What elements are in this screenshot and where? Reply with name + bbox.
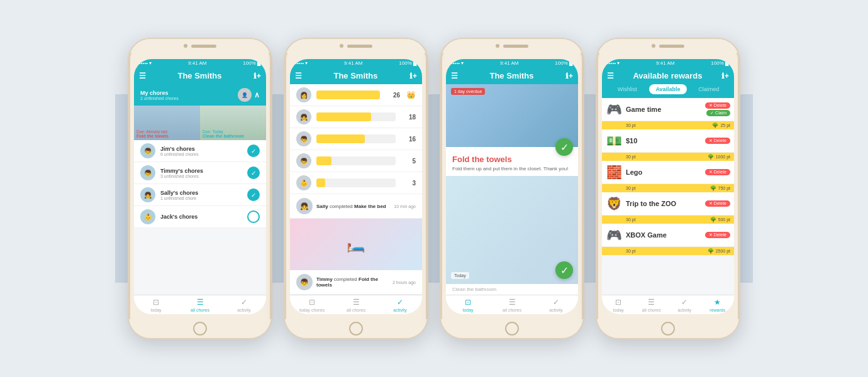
status-bar-1: ••••• ▾ 9:41 AM 100% ▉ [134,59,266,67]
nav-allchores-3[interactable]: ☰ all chores [490,295,534,314]
phone-bottom-1 [129,319,271,338]
reward-item-zoo: 🦁 Trip to the ZOO ✕ Delete [602,192,734,216]
battery-3: 100% ▉ [555,60,573,66]
battery-1: 100% ▉ [243,60,261,66]
person-row-jim[interactable]: 👦 Jim's chores 6 unfinished chores ✓ [134,140,266,162]
nav-activity-2[interactable]: ✓ activity [378,295,422,314]
reward-claim-gametime[interactable]: ✓ Claim [706,110,730,116]
reward-pts-10: 30 pt 🌳 1000 pt [602,153,734,161]
scene: ••••• ▾ 9:41 AM 100% ▉ ☰ The Smiths ℹ + … [115,25,753,352]
phone-top-bar-2 [285,39,427,53]
home-button-2[interactable] [349,322,363,336]
activity-avatar-sally: 👧 [296,198,313,214]
reward-name-xbox: XBOX Game [626,231,701,239]
info-sally: Sally's chores 1 unfinished chore [160,190,242,200]
lb-bar-wrap-sally [316,112,396,121]
tab-wishlist[interactable]: Wishlist [608,84,647,94]
screen-content-1: My chores 2 unfinished chores 👤 ∧ Due: A… [134,84,266,295]
chore-bottom-row: Clean the bathroom [446,284,578,295]
lb-bar-wrap-jack [316,178,396,187]
bottom-nav-1: ⊡ today ☰ all chores ✓ activity [134,295,266,314]
home-button-3[interactable] [505,322,519,336]
status-bar-4: ••••• ▾ 9:41 AM 100% ▉ [602,59,734,67]
activity-item-sally: 👧 Sally completed Make the bed 10 min ag… [290,194,422,219]
nav-activity-3[interactable]: ✓ activity [534,295,578,314]
pts-val-lego: 🌳 750 pt [710,185,730,191]
nav-allchores-label-1: all chores [191,308,209,312]
menu-icon-3[interactable]: ☰ [451,72,458,80]
check-sally[interactable]: ✓ [247,188,260,201]
lb-score-timmy: 16 [403,136,416,143]
reward-delete-gametime[interactable]: ✕ Delete [705,102,730,109]
menu-icon-4[interactable]: ☰ [607,72,614,80]
status-bar-3: ••••• ▾ 9:41 AM 100% ▉ [446,59,578,67]
header-title-2: The Smiths [302,71,409,80]
speaker-3 [503,45,528,48]
signal-2: ••••• ▾ [295,60,308,66]
person-row-sally[interactable]: 👧 Sally's chores 1 unfinished chore ✓ [134,184,266,206]
add-icon-4[interactable]: + [725,72,729,80]
pts-num-xbox: 2500 pt [716,249,730,253]
check-jack[interactable] [247,210,260,223]
lb-score-jim: 5 [403,158,416,165]
check-big-bottom[interactable]: ✓ [555,261,573,279]
nav-allchores-2[interactable]: ☰ all chores [334,295,378,314]
phone-inner-3: ••••• ▾ 9:41 AM 100% ▉ ☰ The Smiths ℹ + … [446,59,578,314]
screen-content-2: 👩 26 👑 👧 18 👦 16 [290,84,422,295]
name-timmy: Timmy's chores [160,168,242,174]
nav-today-4[interactable]: ⊡ today [602,295,635,314]
reward-xbox: 🎮 XBOX Game ✕ Delete 30 pt 🌳 2500 pt [602,224,734,255]
reward-icon-zoo: 🦁 [602,192,626,215]
add-icon-3[interactable]: + [569,72,573,80]
person-row-jack[interactable]: 👶 Jack's chores [134,206,266,228]
home-button-4[interactable] [661,322,675,336]
nav-activity-1[interactable]: ✓ activity [222,295,266,314]
reward-lego: 🧱 Lego ✕ Delete 30 pt 🌳 750 pt [602,161,734,192]
home-button-1[interactable] [193,322,207,336]
nav-activity-4[interactable]: ✓ activity [668,295,701,314]
reward-game-time: 🎮 Game time ✕ Delete ✓ Claim 30 pt 🌳 25 … [602,98,734,129]
nav-today-1[interactable]: ⊡ today [134,295,178,314]
chevron-up-icon[interactable]: ∧ [254,90,260,99]
reward-delete-lego[interactable]: ✕ Delete [705,169,730,175]
pts-label-lego: 30 pt [626,186,636,190]
avatar-jack: 👶 [140,209,155,224]
lb-score-jack: 3 [403,180,416,187]
nav-today-3[interactable]: ⊡ today [446,295,490,314]
phone-top-bar-1 [129,39,271,53]
reward-item-xbox: 🎮 XBOX Game ✕ Delete [602,224,734,247]
signal-4: ••••• ▾ [607,60,620,66]
pts-num-zoo: 500 pt [718,217,730,222]
reward-delete-xbox[interactable]: ✕ Delete [705,232,730,238]
tree-icon-10: 🌳 [708,154,714,160]
activity-time-timmy: 2 hours ago [392,280,416,285]
chore-image-strip: Due: Already late Fold the towels Due: T… [134,106,266,140]
add-icon-1[interactable]: + [257,72,261,80]
tree-icon-gametime: 🌳 [712,123,718,128]
menu-icon-2[interactable]: ☰ [295,72,302,80]
reward-delete-10[interactable]: ✕ Delete [705,138,730,144]
battery-2: 100% ▉ [399,60,417,66]
nav-allchores-1[interactable]: ☰ all chores [178,295,222,314]
add-icon-2[interactable]: + [413,72,417,80]
menu-icon-1[interactable]: ☰ [139,72,146,80]
person-row-timmy[interactable]: 👦 Timmy's chores 3 unfinished chores ✓ [134,162,266,184]
reward-delete-zoo[interactable]: ✕ Delete [705,200,730,207]
tab-available[interactable]: Available [649,84,687,94]
tab-claimed[interactable]: Claimed [689,84,728,94]
check-big-top[interactable]: ✓ [555,138,573,156]
nav-today-2[interactable]: ⊡ today chores [290,295,334,314]
phone-inner-2: ••••• ▾ 9:41 AM 100% ▉ ☰ The Smiths ℹ + … [290,59,422,314]
check-timmy[interactable]: ✓ [247,167,260,179]
nav-today-icon-2: ⊡ [309,298,315,307]
pts-num-10: 1000 pt [716,155,730,159]
nav-activity-icon-2: ✓ [397,298,403,307]
app-header-2: ☰ The Smiths ℹ + [290,67,422,84]
lb-crown-mommy: 👑 [406,90,416,99]
nav-rewards-4[interactable]: ★ rewards [701,295,735,314]
nav-allchores-4[interactable]: ☰ all chores [635,295,669,314]
check-jim[interactable]: ✓ [247,145,260,157]
chore-bathroom-name: Clean the bathroom [203,134,264,138]
lb-bar-wrap-timmy [316,134,396,143]
chore-image-bathroom: Due: Today Clean the bathroom [200,106,266,140]
